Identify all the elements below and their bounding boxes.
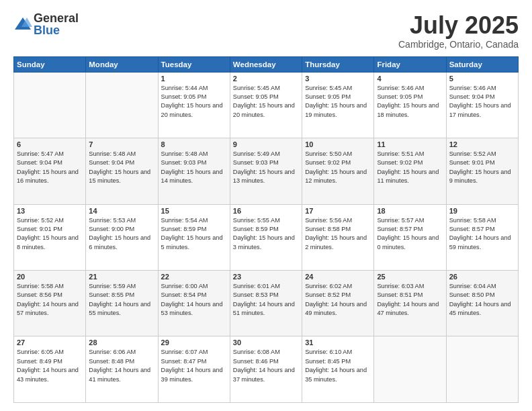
day-detail: Sunrise: 5:49 AMSunset: 9:03 PMDaylight:… — [233, 150, 299, 185]
day-detail: Sunrise: 5:44 AMSunset: 9:05 PMDaylight:… — [161, 84, 227, 120]
day-header: Thursday — [302, 56, 374, 72]
calendar-day-cell: 17Sunrise: 5:56 AMSunset: 8:58 PMDayligh… — [302, 204, 374, 270]
day-number: 23 — [233, 273, 299, 281]
day-detail: Sunrise: 5:55 AMSunset: 8:59 PMDaylight:… — [233, 216, 299, 252]
day-number: 10 — [305, 140, 371, 148]
calendar-week-row: 1Sunrise: 5:44 AMSunset: 9:05 PMDaylight… — [14, 72, 519, 138]
day-number: 13 — [17, 207, 83, 215]
day-number: 1 — [161, 75, 227, 83]
calendar-day-cell: 13Sunrise: 5:52 AMSunset: 9:01 PMDayligh… — [14, 204, 86, 270]
calendar-day-cell: 24Sunrise: 6:02 AMSunset: 8:52 PMDayligh… — [302, 271, 374, 336]
day-number: 31 — [305, 338, 371, 347]
calendar-day-cell: 14Sunrise: 5:53 AMSunset: 9:00 PMDayligh… — [86, 204, 158, 270]
page: General Blue July 2025 Cambridge, Ontari… — [0, 0, 532, 411]
calendar-day-cell: 31Sunrise: 6:10 AMSunset: 8:45 PMDayligh… — [302, 336, 374, 403]
day-header: Saturday — [446, 56, 518, 72]
calendar-day-cell: 18Sunrise: 5:57 AMSunset: 8:57 PMDayligh… — [374, 204, 446, 270]
day-number: 28 — [89, 338, 154, 347]
day-detail: Sunrise: 6:07 AMSunset: 8:47 PMDaylight:… — [161, 348, 227, 383]
calendar-day-cell: 8Sunrise: 5:48 AMSunset: 9:03 PMDaylight… — [158, 138, 230, 204]
calendar-day-cell: 19Sunrise: 5:58 AMSunset: 8:57 PMDayligh… — [446, 204, 518, 270]
calendar-day-cell: 5Sunrise: 5:46 AMSunset: 9:04 PMDaylight… — [446, 72, 518, 138]
calendar-day-cell: 23Sunrise: 6:01 AMSunset: 8:53 PMDayligh… — [230, 271, 302, 336]
day-number: 24 — [305, 273, 371, 281]
day-detail: Sunrise: 6:03 AMSunset: 8:51 PMDaylight:… — [377, 282, 443, 318]
calendar-day-cell: 12Sunrise: 5:52 AMSunset: 9:01 PMDayligh… — [446, 138, 518, 204]
day-detail: Sunrise: 6:06 AMSunset: 8:48 PMDaylight:… — [89, 348, 154, 383]
day-number: 22 — [161, 273, 227, 281]
day-header: Wednesday — [230, 56, 302, 72]
day-detail: Sunrise: 6:08 AMSunset: 8:46 PMDaylight:… — [233, 348, 299, 383]
logo-blue: Blue — [34, 24, 79, 36]
day-detail: Sunrise: 5:51 AMSunset: 9:02 PMDaylight:… — [377, 150, 443, 185]
day-header: Friday — [374, 56, 446, 72]
day-number: 12 — [449, 140, 515, 148]
day-number: 15 — [161, 207, 227, 215]
day-detail: Sunrise: 5:57 AMSunset: 8:57 PMDaylight:… — [377, 216, 443, 252]
day-detail: Sunrise: 5:48 AMSunset: 9:03 PMDaylight:… — [161, 150, 227, 185]
calendar-day-cell: 29Sunrise: 6:07 AMSunset: 8:47 PMDayligh… — [158, 336, 230, 403]
day-number: 26 — [449, 273, 515, 281]
calendar-week-row: 6Sunrise: 5:47 AMSunset: 9:04 PMDaylight… — [14, 138, 519, 204]
calendar-header-row: SundayMondayTuesdayWednesdayThursdayFrid… — [14, 56, 519, 72]
logo-text: General Blue — [34, 12, 79, 36]
calendar-day-cell: 1Sunrise: 5:44 AMSunset: 9:05 PMDaylight… — [158, 72, 230, 138]
day-number: 30 — [233, 338, 299, 347]
day-detail: Sunrise: 5:45 AMSunset: 9:05 PMDaylight:… — [233, 84, 299, 120]
day-number: 4 — [377, 75, 443, 83]
day-number: 3 — [305, 75, 371, 83]
calendar-day-cell — [14, 72, 86, 138]
day-number: 17 — [305, 207, 371, 215]
day-detail: Sunrise: 5:46 AMSunset: 9:04 PMDaylight:… — [449, 84, 515, 120]
day-number: 5 — [449, 75, 515, 83]
day-detail: Sunrise: 5:53 AMSunset: 9:00 PMDaylight:… — [89, 216, 154, 252]
day-detail: Sunrise: 6:00 AMSunset: 8:54 PMDaylight:… — [161, 282, 227, 318]
calendar-day-cell: 21Sunrise: 5:59 AMSunset: 8:55 PMDayligh… — [86, 271, 158, 336]
day-number: 9 — [233, 140, 299, 148]
calendar-day-cell: 7Sunrise: 5:48 AMSunset: 9:04 PMDaylight… — [86, 138, 158, 204]
day-detail: Sunrise: 5:46 AMSunset: 9:05 PMDaylight:… — [377, 84, 443, 120]
day-detail: Sunrise: 5:45 AMSunset: 9:05 PMDaylight:… — [305, 84, 371, 120]
day-number: 29 — [161, 338, 227, 347]
calendar-week-row: 13Sunrise: 5:52 AMSunset: 9:01 PMDayligh… — [14, 204, 519, 270]
calendar-day-cell — [446, 336, 518, 403]
day-detail: Sunrise: 5:48 AMSunset: 9:04 PMDaylight:… — [89, 150, 154, 185]
day-detail: Sunrise: 5:52 AMSunset: 9:01 PMDaylight:… — [17, 216, 83, 252]
calendar-day-cell — [374, 336, 446, 403]
calendar-day-cell: 28Sunrise: 6:06 AMSunset: 8:48 PMDayligh… — [86, 336, 158, 403]
day-header: Sunday — [14, 56, 86, 72]
day-detail: Sunrise: 6:05 AMSunset: 8:49 PMDaylight:… — [17, 348, 83, 383]
day-detail: Sunrise: 5:56 AMSunset: 8:58 PMDaylight:… — [305, 216, 371, 252]
day-detail: Sunrise: 5:59 AMSunset: 8:55 PMDaylight:… — [89, 282, 154, 318]
calendar-day-cell: 6Sunrise: 5:47 AMSunset: 9:04 PMDaylight… — [14, 138, 86, 204]
calendar-day-cell: 27Sunrise: 6:05 AMSunset: 8:49 PMDayligh… — [14, 336, 86, 403]
calendar-day-cell: 16Sunrise: 5:55 AMSunset: 8:59 PMDayligh… — [230, 204, 302, 270]
month-title: July 2025 — [398, 12, 519, 39]
day-number: 14 — [89, 207, 154, 215]
calendar-day-cell: 25Sunrise: 6:03 AMSunset: 8:51 PMDayligh… — [374, 271, 446, 336]
day-number: 7 — [89, 140, 154, 148]
day-number: 11 — [377, 140, 443, 148]
day-number: 20 — [17, 273, 83, 281]
calendar-day-cell: 3Sunrise: 5:45 AMSunset: 9:05 PMDaylight… — [302, 72, 374, 138]
calendar-day-cell: 15Sunrise: 5:54 AMSunset: 8:59 PMDayligh… — [158, 204, 230, 270]
calendar-week-row: 27Sunrise: 6:05 AMSunset: 8:49 PMDayligh… — [14, 336, 519, 403]
day-header: Tuesday — [158, 56, 230, 72]
day-number: 27 — [17, 338, 83, 347]
day-detail: Sunrise: 5:54 AMSunset: 8:59 PMDaylight:… — [161, 216, 227, 252]
day-number: 19 — [449, 207, 515, 215]
day-detail: Sunrise: 6:01 AMSunset: 8:53 PMDaylight:… — [233, 282, 299, 318]
calendar-day-cell: 10Sunrise: 5:50 AMSunset: 9:02 PMDayligh… — [302, 138, 374, 204]
calendar-day-cell: 4Sunrise: 5:46 AMSunset: 9:05 PMDaylight… — [374, 72, 446, 138]
day-number: 18 — [377, 207, 443, 215]
day-number: 16 — [233, 207, 299, 215]
calendar-day-cell — [86, 72, 158, 138]
calendar-day-cell: 26Sunrise: 6:04 AMSunset: 8:50 PMDayligh… — [446, 271, 518, 336]
day-detail: Sunrise: 5:52 AMSunset: 9:01 PMDaylight:… — [449, 150, 515, 185]
calendar-day-cell: 9Sunrise: 5:49 AMSunset: 9:03 PMDaylight… — [230, 138, 302, 204]
day-detail: Sunrise: 5:47 AMSunset: 9:04 PMDaylight:… — [17, 150, 83, 185]
day-number: 25 — [377, 273, 443, 281]
day-header: Monday — [86, 56, 158, 72]
location-title: Cambridge, Ontario, Canada — [398, 39, 519, 50]
day-number: 21 — [89, 273, 154, 281]
